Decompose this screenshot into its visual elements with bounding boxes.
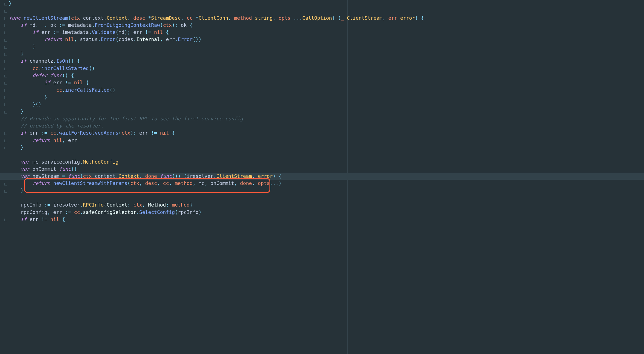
code-line[interactable]: } [9,50,644,57]
code-line[interactable]: defer func() { [9,72,644,79]
code-token: Method [148,202,166,208]
code-line[interactable]: rpcInfo := iresolver.RPCInfo{Context: ct… [9,201,644,208]
code-token: return [33,137,53,143]
fold-indicator-icon[interactable] [4,132,7,135]
code-line[interactable]: } [9,108,644,115]
fold-indicator-icon[interactable] [4,190,7,193]
code-token: ok [50,22,59,28]
code-line[interactable] [9,7,644,14]
fold-indicator-icon[interactable] [4,60,7,63]
code-line[interactable]: if err := imetadata.Validate(md); err !=… [9,29,644,36]
code-token: . [92,22,95,28]
fold-indicator-icon[interactable] [4,82,7,85]
fold-indicator-icon[interactable] [4,10,7,13]
code-line[interactable]: } [9,0,644,7]
code-token: iresolver [53,202,80,208]
code-token: error [258,173,272,179]
fold-indicator-icon[interactable] [4,3,7,5]
code-line[interactable]: }() [9,101,644,108]
code-line[interactable]: return newClientStreamWithParams(ctx, de… [9,180,644,187]
code-token: ( [127,180,130,186]
fold-indicator-icon[interactable] [4,96,7,99]
code-token: , [234,180,240,186]
code-line[interactable]: var newStream = func(ctx context.Context… [0,173,644,180]
fold-indicator-icon[interactable] [4,75,7,77]
code-token: nil [65,36,74,42]
code-token: method [175,180,193,186]
code-token: // Provide an opportunity for the first … [21,116,243,121]
code-token: , [142,202,148,208]
fold-indicator-icon[interactable] [4,24,7,27]
code-token: mc serviceconfig [33,159,80,165]
fold-indicator-icon[interactable] [4,17,7,20]
code-line[interactable] [9,151,644,158]
code-token [9,72,33,78]
code-line[interactable]: if err != nil { [9,216,644,223]
code-line[interactable]: if err != nil { [9,79,644,86]
code-line[interactable]: if channelz.IsOn() { [9,57,644,65]
code-token: ...) [270,180,282,186]
code-line[interactable]: return nil, status.Error(codes.Internal,… [9,36,644,43]
code-token: func [9,15,24,21]
code-line[interactable]: } [9,94,644,101]
fold-indicator-icon[interactable] [4,103,7,106]
code-token: ctx [163,22,172,28]
fold-indicator-icon[interactable] [4,111,7,114]
code-token: := [53,29,62,35]
code-token: ) { [415,15,424,21]
code-line[interactable]: } [9,187,644,194]
code-line[interactable] [9,194,644,201]
code-token: ... [291,15,302,21]
code-token: ctx [130,180,139,186]
fold-indicator-icon[interactable] [4,31,7,34]
code-token: ctx [83,173,92,179]
fold-indicator-icon[interactable] [4,140,7,142]
code-token: _ [41,22,44,28]
code-token: string [255,15,273,21]
code-line[interactable]: rpcConfig, err := cc.safeConfigSelector.… [9,209,644,216]
code-line[interactable]: if md, _, ok := metadata.FromOutgoingCon… [9,22,644,29]
code-token: rpcConfig [21,209,47,215]
code-token [9,180,33,186]
code-token: if [21,58,30,64]
code-token: cc [163,180,169,186]
fold-indicator-icon[interactable] [4,89,7,92]
code-token: done [145,173,157,179]
code-line[interactable]: var onCommit func() [9,166,644,173]
code-token: { [83,80,89,85]
code-token: ( [115,36,118,42]
fold-indicator-icon[interactable] [4,46,7,49]
code-token [92,173,95,179]
code-line[interactable]: func newClientStream(ctx context.Context… [9,14,644,22]
code-token [9,44,33,50]
code-line[interactable]: cc.incrCallsStarted() [9,65,644,72]
code-token: Context [107,15,127,21]
code-token: } [190,202,193,208]
fold-indicator-icon[interactable] [4,147,7,149]
code-token [9,80,44,85]
code-token: != [65,80,74,85]
fold-indicator-icon[interactable] [4,219,7,221]
code-token: safeConfigSelector [83,209,136,215]
code-line[interactable]: cc.incrCallsFailed() [9,86,644,94]
code-editor-content[interactable]: } func newClientStream(ctx context.Conte… [9,0,644,223]
code-line[interactable]: } [9,144,644,151]
code-line[interactable]: } [9,43,644,50]
code-line[interactable]: if err := cc.waitForResolvedAddrs(ctx); … [9,129,644,137]
code-line[interactable]: return nil, err [9,137,644,144]
fold-indicator-icon[interactable] [4,68,7,70]
fold-indicator-icon[interactable] [4,39,7,42]
code-token: FromOutgoingContextRaw [95,22,160,28]
code-token: { [190,22,193,28]
fold-indicator-icon[interactable] [4,183,7,185]
code-line[interactable]: // Provide an opportunity for the first … [9,115,644,122]
code-token [9,137,33,143]
code-line[interactable]: var mc serviceconfig.MethodConfig [9,158,644,166]
code-token: newClientStream [24,15,68,21]
code-token: desc [133,15,145,21]
code-token [9,58,21,64]
code-token: := [41,130,50,136]
code-line[interactable]: // provided by the resolver. [9,122,644,129]
code-token: newStream [33,173,62,179]
fold-indicator-icon[interactable] [4,53,7,56]
